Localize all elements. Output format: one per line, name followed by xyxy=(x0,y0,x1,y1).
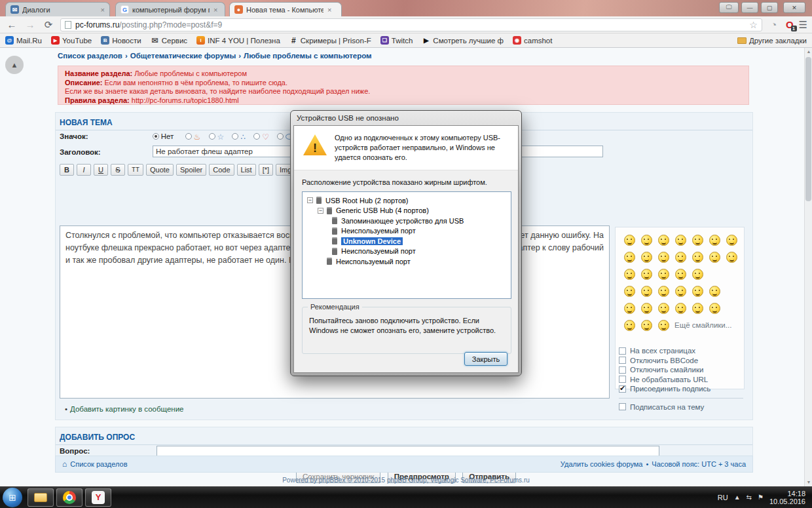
tray-expand-icon[interactable]: ▲ xyxy=(734,494,741,501)
bold-button[interactable]: B xyxy=(60,164,74,176)
bookmark-twitch[interactable]: ❏Twitch xyxy=(380,36,413,45)
scroll-down-icon[interactable]: ▼ xyxy=(805,479,812,486)
smiley-icon[interactable] xyxy=(726,252,737,263)
smiley-icon[interactable] xyxy=(709,252,720,263)
scroll-up-icon[interactable]: ▲ xyxy=(805,48,812,56)
board-index-link[interactable]: Список разделов xyxy=(70,460,127,468)
bookmark-inf4you[interactable]: iINF 4 YOU | Полезна xyxy=(196,36,280,45)
smiley-icon[interactable] xyxy=(658,269,669,280)
dialog-title[interactable]: Устройство USB не опознано xyxy=(291,111,521,125)
bookmark-star-icon[interactable]: ☆ xyxy=(749,20,758,30)
scrollbar-thumb[interactable] xyxy=(805,57,811,201)
bookmark-youtube[interactable]: ▶YouTube xyxy=(51,36,92,45)
add-image-link[interactable]: •Добавить картинку в сообщение xyxy=(65,405,183,413)
usb-device-tree[interactable]: −USB Root Hub (2 портов) −Generic USB Hu… xyxy=(302,191,511,299)
tab-close-icon[interactable]: × xyxy=(101,6,105,14)
smiley-icon[interactable] xyxy=(658,286,669,297)
extension-icon[interactable]: ◔ xyxy=(767,19,781,30)
delete-cookies-link[interactable]: Удалить cookies форума xyxy=(561,460,643,468)
smiley-icon[interactable] xyxy=(692,252,703,263)
list-item-button[interactable]: [*] xyxy=(259,164,273,176)
code-button[interactable]: Code xyxy=(209,164,234,176)
checkbox-disable-smilies[interactable] xyxy=(619,366,626,374)
tree-item[interactable]: Неиспользуемый порт xyxy=(341,247,416,255)
smiley-icon[interactable] xyxy=(624,303,635,314)
bookmark-camshot[interactable]: ◉camshot xyxy=(513,36,552,45)
checkbox-all-pages[interactable] xyxy=(619,347,626,355)
smiley-icon[interactable] xyxy=(658,235,669,246)
smiley-icon[interactable] xyxy=(641,235,652,246)
list-button[interactable]: List xyxy=(237,164,256,176)
smiley-icon[interactable] xyxy=(692,269,703,280)
strikethrough-button[interactable]: S xyxy=(111,164,125,176)
bookmark-mailru[interactable]: @Mail.Ru xyxy=(5,36,42,45)
breadcrumb-link-forum[interactable]: Любые проблемы с компьютером xyxy=(244,52,372,60)
tree-item[interactable]: Неиспользуемый порт xyxy=(341,227,416,235)
tree-item[interactable]: Запоминающее устройство для USB xyxy=(341,217,464,225)
network-icon[interactable]: ⇆ xyxy=(747,494,752,501)
tab-dialogs[interactable]: ✉ Диалоги × xyxy=(5,2,110,16)
smiley-icon[interactable] xyxy=(675,235,686,246)
smiley-icon[interactable] xyxy=(641,252,652,263)
smiley-icon[interactable] xyxy=(641,286,652,297)
taskbar-chrome-icon[interactable] xyxy=(56,488,83,507)
tab-close-icon[interactable]: × xyxy=(213,6,217,14)
start-button[interactable]: ⊞ xyxy=(3,488,22,507)
icon-radio-flame[interactable] xyxy=(185,133,192,140)
icon-radio-bubble[interactable] xyxy=(277,133,284,140)
taskbar-explorer-icon[interactable] xyxy=(28,488,54,507)
breadcrumb-link-board[interactable]: Список разделов xyxy=(58,52,122,60)
smiley-icon[interactable] xyxy=(675,252,686,263)
reload-icon[interactable]: ⟳ xyxy=(42,19,55,31)
tab-google-search[interactable]: G компьютерный форум п × xyxy=(115,2,225,16)
clock[interactable]: 14:18 10.05.2016 xyxy=(769,490,805,505)
more-smileys-link[interactable]: Ещё смайлики... xyxy=(674,321,731,329)
screenshot-tool-icon[interactable]: 🖵 xyxy=(719,2,739,13)
smiley-icon[interactable] xyxy=(692,235,703,246)
tree-item[interactable]: Неиспользуемый порт xyxy=(336,258,411,265)
icon-radio-none[interactable] xyxy=(153,133,159,140)
smiley-icon[interactable] xyxy=(675,303,686,314)
tab-close-icon[interactable]: × xyxy=(327,6,331,14)
smiley-icon[interactable] xyxy=(658,303,669,314)
forward-icon[interactable]: → xyxy=(24,19,37,30)
tree-item[interactable]: Generic USB Hub (4 портов) xyxy=(336,206,429,214)
smiley-icon[interactable] xyxy=(675,269,686,280)
tree-item[interactable]: USB Root Hub (2 портов) xyxy=(325,197,409,205)
smiley-icon[interactable] xyxy=(692,286,703,297)
smiley-icon[interactable] xyxy=(658,252,669,263)
checkbox-attach-signature[interactable] xyxy=(619,385,626,393)
teletype-button[interactable]: TT xyxy=(128,164,143,176)
chrome-menu-icon[interactable]: ☰ xyxy=(799,19,807,31)
close-button[interactable]: ✕ xyxy=(783,2,805,13)
smiley-icon[interactable] xyxy=(624,286,635,297)
icon-radio-star[interactable] xyxy=(209,133,215,140)
checkbox-subscribe-topic[interactable] xyxy=(619,403,626,410)
smiley-icon[interactable] xyxy=(641,269,652,280)
tab-new-topic-active[interactable]: ● Новая тема - Компьюте × xyxy=(229,2,342,16)
bookmark-watch-best[interactable]: ▶Смотреть лучшие ф xyxy=(422,36,504,45)
checkbox-disable-bbcode[interactable] xyxy=(619,357,626,364)
smiley-icon[interactable] xyxy=(624,320,635,331)
underline-button[interactable]: U xyxy=(94,164,108,176)
smiley-icon[interactable] xyxy=(624,252,635,263)
smiley-icon[interactable] xyxy=(692,303,703,314)
icon-radio-heart[interactable] xyxy=(253,133,260,140)
smiley-icon[interactable] xyxy=(658,320,669,331)
odnoklassniki-extension-icon[interactable]: O1 xyxy=(786,19,794,30)
page-scrollbar[interactable]: ▲ ▼ xyxy=(804,48,812,486)
bookmark-service[interactable]: ✉Сервис xyxy=(151,36,187,45)
smiley-icon[interactable] xyxy=(641,320,652,331)
collapse-icon[interactable]: − xyxy=(318,208,323,214)
bookmark-screamers[interactable]: #Скримеры | Prison-F xyxy=(289,36,371,45)
icon-radio-dots[interactable] xyxy=(232,133,238,140)
smiley-icon[interactable] xyxy=(709,235,720,246)
quote-button[interactable]: Quote xyxy=(146,164,174,176)
collapse-icon[interactable]: − xyxy=(307,197,313,203)
spoiler-button[interactable]: Spoiler xyxy=(176,164,206,176)
smiley-icon[interactable] xyxy=(675,286,686,297)
dialog-close-button[interactable]: Закрыть xyxy=(464,352,507,366)
scroll-to-top-button[interactable]: ▲ xyxy=(5,56,24,74)
smiley-icon[interactable] xyxy=(709,303,720,314)
smiley-icon[interactable] xyxy=(726,235,737,246)
